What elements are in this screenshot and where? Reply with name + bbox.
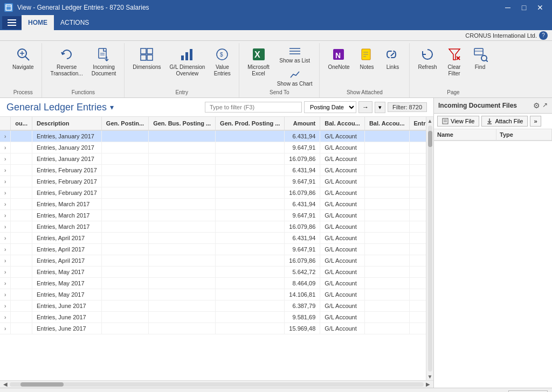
show-as-chart-button[interactable]: Show as Chart [274, 66, 315, 88]
table-row[interactable]: › Entries, January 2017 16.079,86 G/L Ac… [0, 153, 426, 165]
col-gen-posting-header[interactable]: Gen. Postin... [101, 117, 148, 130]
row-bal-acct: G/L Account [320, 300, 365, 312]
col-bal-acct-header[interactable]: Bal. Accou... [320, 117, 365, 130]
gl-dimension-overview-button[interactable]: G/L DimensionOverview [166, 43, 209, 80]
row-gen-bus [149, 187, 216, 199]
row-gen-bus [149, 300, 216, 312]
scroll-track-vertical[interactable] [428, 125, 432, 372]
page-title-dropdown[interactable]: ▾ [110, 103, 114, 111]
close-button[interactable]: Close [508, 390, 548, 393]
table-row[interactable]: › Entries, April 2017 9.647,91 G/L Accou… [0, 244, 426, 255]
col-type-header[interactable]: Type [496, 129, 552, 141]
table-row[interactable]: › Entries, April 2017 6.431,94 G/L Accou… [0, 233, 426, 244]
col-description-header[interactable]: Description [32, 117, 101, 130]
table-row[interactable]: › Entries, May 2017 14.106,81 G/L Accoun… [0, 289, 426, 300]
row-source [11, 165, 32, 176]
col-source-header[interactable]: ou... [11, 117, 32, 130]
row-amount: 8.464,09 [285, 278, 320, 289]
minimize-button[interactable]: ─ [500, 0, 515, 15]
scroll-thumb-vertical[interactable] [428, 131, 432, 147]
table-row[interactable]: › Entries, June 2017 6.387,79 G/L Accoun… [0, 300, 426, 312]
table-row[interactable]: › Entries, March 2017 9.647,91 G/L Accou… [0, 210, 426, 221]
scroll-up-arrow[interactable]: ▲ [426, 117, 434, 124]
app-icon [4, 3, 13, 12]
row-gen-bus [149, 278, 216, 289]
value-entries-icon: $ [213, 46, 231, 63]
table-row[interactable]: › Entries, May 2017 5.642,72 G/L Account… [0, 267, 426, 278]
clear-filter-button[interactable]: ClearFilter [442, 43, 467, 80]
value-entries-button[interactable]: $ ValueEntries [210, 43, 234, 80]
col-name-header[interactable]: Name [434, 129, 496, 141]
scroll-thumb-horizontal[interactable] [20, 382, 64, 387]
row-source [11, 221, 32, 233]
table-row[interactable]: › Entries, March 2017 16.079,86 G/L Acco… [0, 221, 426, 233]
table-row[interactable]: › Entries, February 2017 16.079,86 G/L A… [0, 187, 426, 199]
dimensions-button[interactable]: Dimensions [129, 43, 164, 73]
row-bal-acct2 [364, 289, 409, 300]
scroll-down-arrow[interactable]: ▼ [426, 373, 434, 380]
row-gen-posting [101, 187, 148, 199]
ribbon-group-functions: ReverseTransaction... IncomingDocument F… [42, 43, 125, 97]
svg-line-38 [486, 60, 488, 62]
menu-tab-home[interactable]: HOME [22, 15, 54, 30]
row-bal-acct2 [364, 312, 409, 323]
right-panel-expand-icon[interactable]: ↗ [542, 101, 548, 110]
navigate-button[interactable]: Navigate [9, 43, 37, 73]
right-panel-settings-icon[interactable]: ⚙ [533, 101, 540, 110]
find-button[interactable]: Find [468, 43, 493, 73]
incoming-document-button[interactable]: IncomingDocument [88, 43, 120, 80]
table-row[interactable]: › Entries, February 2017 9.647,91 G/L Ac… [0, 176, 426, 187]
show-as-list-button[interactable]: Show as List [274, 43, 315, 65]
table-row[interactable]: › Entries, January 2017 9.647,91 G/L Acc… [0, 142, 426, 153]
col-gen-prod-header[interactable]: Gen. Prod. Posting ... [216, 117, 285, 130]
scroll-right-arrow[interactable]: ▶ [424, 381, 432, 388]
table-row[interactable]: › Entries, April 2017 16.079,86 G/L Acco… [0, 255, 426, 267]
maximize-button[interactable]: □ [516, 0, 532, 15]
row-gen-prod [216, 267, 285, 278]
close-window-button[interactable]: ✕ [533, 0, 548, 15]
microsoft-excel-button[interactable]: X MicrosoftExcel [244, 43, 273, 80]
help-icon[interactable]: ? [539, 31, 548, 40]
onenote-button[interactable]: N OneNote [324, 43, 353, 73]
ribbon-group-show-attached: N OneNote Notes Links Show Attached [320, 43, 410, 97]
right-panel-table-header: Name Type [434, 129, 552, 141]
table-row[interactable]: › Entries, February 2017 6.431,94 G/L Ac… [0, 165, 426, 176]
vertical-scrollbar[interactable]: ▲ ▼ [426, 117, 433, 380]
filter-arrow-button[interactable]: → [358, 101, 372, 113]
row-description: Entries, May 2017 [32, 267, 101, 278]
col-bal-acct2-header[interactable]: Bal. Accou... [364, 117, 409, 130]
nav-button[interactable] [2, 16, 22, 29]
view-file-button[interactable]: View File [437, 116, 479, 127]
col-gen-bus-header[interactable]: Gen. Bus. Posting ... [149, 117, 216, 130]
table-row[interactable]: › Entries, January 2017 6.431,94 G/L Acc… [0, 130, 426, 142]
row-indicator: › [0, 323, 11, 334]
refresh-button[interactable]: Refresh [414, 43, 440, 73]
more-actions-button[interactable]: » [530, 116, 541, 127]
row-amount: 9.647,91 [285, 210, 320, 221]
refresh-label: Refresh [418, 64, 437, 71]
svg-rect-15 [147, 55, 153, 60]
table-row[interactable]: › Entries, March 2017 6.431,94 G/L Accou… [0, 199, 426, 210]
scroll-track-horizontal[interactable] [10, 382, 424, 387]
scroll-left-arrow[interactable]: ◀ [1, 381, 10, 388]
row-bal-acct: G/L Account [320, 221, 365, 233]
filter-field-select[interactable]: Posting Date [304, 101, 356, 113]
notes-button[interactable]: Notes [354, 43, 379, 73]
row-gen-bus [149, 244, 216, 255]
filter-input[interactable] [205, 102, 302, 113]
row-amount: 6.431,94 [285, 199, 320, 210]
filter-more-button[interactable]: ▾ [375, 102, 385, 113]
company-name-text: CRONUS International Ltd. [465, 32, 537, 39]
table-row[interactable]: › Entries, June 2017 15.969,48 G/L Accou… [0, 323, 426, 334]
row-description: Entries, February 2017 [32, 165, 101, 176]
attach-file-button[interactable]: Attach File [481, 116, 528, 127]
menu-tab-actions[interactable]: ACTIONS [54, 15, 95, 30]
table-row[interactable]: › Entries, June 2017 9.581,69 G/L Accoun… [0, 312, 426, 323]
links-button[interactable]: Links [380, 43, 405, 73]
table-row[interactable]: › Entries, May 2017 8.464,09 G/L Account… [0, 278, 426, 289]
horizontal-scrollbar[interactable]: ◀ ▶ [0, 380, 433, 388]
reverse-transaction-button[interactable]: ReverseTransaction... [46, 43, 86, 80]
ribbon-group-entry: Dimensions G/L DimensionOverview $ Value… [125, 43, 239, 97]
col-amount-header[interactable]: Amount [285, 117, 320, 130]
col-entry-no-header[interactable]: Entry No. [409, 117, 426, 130]
